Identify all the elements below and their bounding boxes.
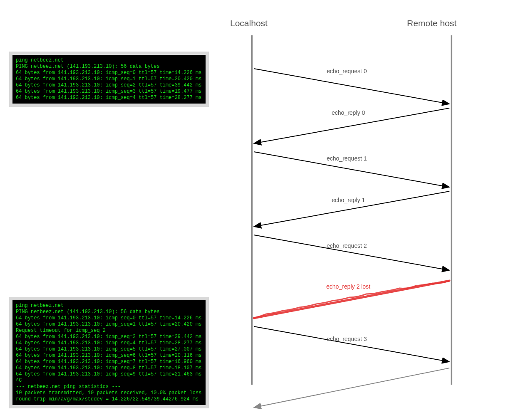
msg-echo-reply-0: echo_reply 0	[332, 109, 365, 116]
msg-echo-reply-2-lost: echo_reply 2 lost	[326, 283, 370, 290]
remote-host-label: Remote host	[407, 18, 456, 28]
terminal-output-1: ping netbeez.net PING netbeez.net (141.1…	[9, 52, 209, 107]
localhost-label: Localhost	[230, 18, 268, 28]
terminal-output-2: ping netbeez.net PING netbeez.net (141.1…	[9, 297, 209, 408]
msg-echo-request-3: echo_request 3	[327, 336, 367, 342]
msg-echo-request-1: echo_request 1	[327, 155, 367, 162]
svg-line-7	[254, 326, 449, 362]
msg-echo-request-2: echo_request 2	[327, 242, 367, 249]
svg-line-6	[254, 235, 449, 270]
msg-echo-request-0: echo_request 0	[327, 68, 367, 74]
svg-line-8	[254, 368, 449, 408]
sequence-diagram: echo_request 0 echo_reply 0 echo_request…	[246, 35, 458, 418]
msg-echo-reply-1: echo_reply 1	[332, 197, 365, 203]
